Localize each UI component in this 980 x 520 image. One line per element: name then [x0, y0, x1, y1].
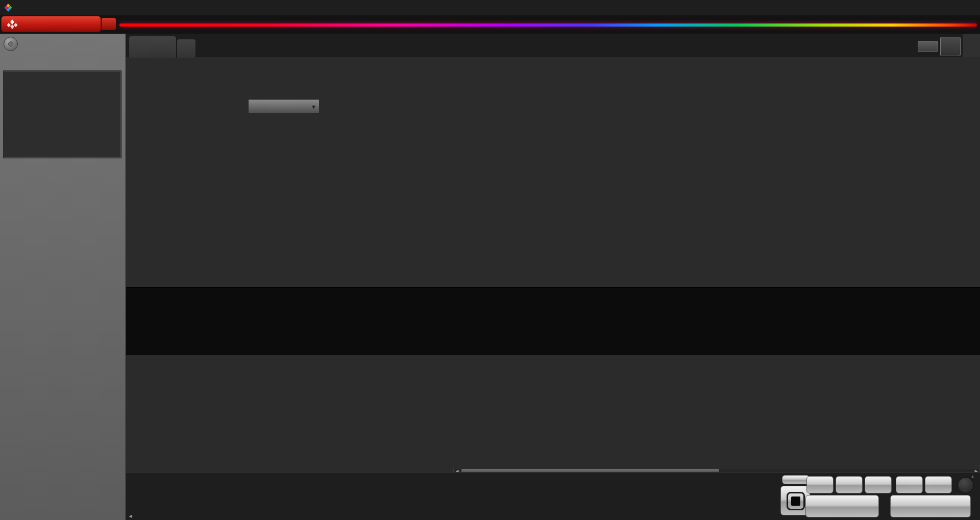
de-formula-select[interactable]: ▼	[248, 99, 320, 113]
ramp-target-label	[172, 318, 179, 345]
logo-dropdown[interactable]	[102, 18, 116, 30]
panel-collapse-button[interactable]	[963, 34, 980, 57]
rgb-balance-line-chart	[314, 69, 651, 270]
gamma-chart	[737, 69, 980, 270]
title-bar	[0, 0, 980, 16]
top-bar	[126, 34, 980, 57]
calman-window: ▼ ◀ ▶ ◀ ▲	[0, 0, 980, 520]
close-button[interactable]	[957, 0, 980, 15]
next-button[interactable]	[890, 495, 971, 517]
ddc-button[interactable]	[918, 41, 938, 52]
delta-e-chart	[120, 116, 321, 268]
calman-logo[interactable]	[1, 16, 101, 32]
measurement-table	[453, 361, 980, 467]
workflow-tree	[3, 70, 121, 158]
back-button[interactable]	[805, 495, 879, 517]
tab-history-1[interactable]	[129, 36, 177, 58]
app-menu-button[interactable]	[4, 37, 18, 51]
settings-gear-button[interactable]	[940, 37, 961, 56]
play-button[interactable]	[836, 476, 863, 493]
rainbow-strip	[119, 23, 977, 27]
grayscale-ramp-panel	[126, 287, 980, 355]
logo-bar	[0, 15, 980, 34]
stop-button[interactable]	[806, 476, 834, 493]
cie-1931-chart	[300, 365, 454, 475]
minimize-button[interactable]	[910, 0, 933, 15]
pattern-button-bar: ◀ ▲	[126, 472, 980, 520]
pattern-window-frame-icon	[787, 492, 805, 510]
hold-pattern-button[interactable]	[865, 476, 892, 493]
sidebar	[0, 34, 126, 520]
calman-logo-icon	[7, 18, 18, 30]
maximize-button[interactable]	[933, 0, 957, 15]
status-lamp	[958, 477, 974, 493]
app-icon	[4, 4, 12, 12]
tab-add[interactable]	[177, 39, 196, 58]
sidebar-collapse-icon[interactable]	[108, 39, 121, 50]
pattern-up-button[interactable]	[782, 475, 810, 484]
loop-button[interactable]	[925, 476, 952, 493]
patterns-scroll-left-icon[interactable]: ◀	[127, 513, 134, 519]
continuous-measure-button[interactable]	[896, 476, 923, 493]
rgb-balance-bar-chart	[640, 69, 733, 270]
ramp-actual-label	[172, 292, 179, 318]
